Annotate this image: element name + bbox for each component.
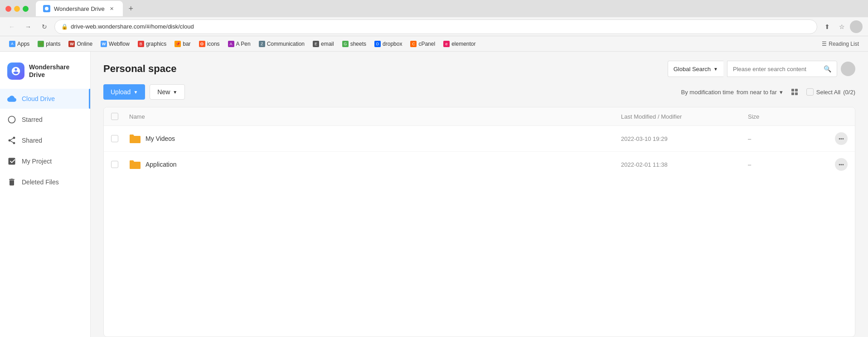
sidebar-item-shared-label: Shared	[22, 137, 42, 144]
svg-rect-2	[795, 89, 798, 91]
row-more-button-application[interactable]: •••	[835, 158, 848, 171]
toolbar-left: Upload ▼ New ▼	[103, 84, 185, 100]
search-input-wrap: 🔍	[727, 61, 837, 77]
user-avatar[interactable]	[850, 20, 863, 33]
back-button[interactable]: ←	[5, 20, 18, 33]
table-row[interactable]: My Videos 2022-03-10 19:29 – •••	[104, 126, 855, 152]
search-input[interactable]	[733, 66, 824, 72]
tab-favicon	[43, 5, 50, 12]
bookmark-icons[interactable]: O icons	[195, 39, 223, 49]
search-dropdown-label: Global Search	[674, 66, 711, 72]
bookmark-dropbox-favicon: D	[374, 41, 381, 47]
bookmark-apen[interactable]: A A Pen	[224, 39, 254, 49]
bookmark-online-favicon: W	[68, 41, 75, 47]
bookmark-webflow[interactable]: W Webflow	[97, 39, 133, 49]
share-button[interactable]: ⬆	[821, 20, 834, 33]
row-checkbox-area	[111, 135, 129, 142]
reading-list-button[interactable]: ☰ Reading List	[818, 39, 863, 49]
bookmark-apen-label: A Pen	[236, 41, 251, 47]
bookmark-plants-favicon: 🌿	[38, 41, 44, 47]
logo-area: Wondershare Drive	[0, 59, 90, 89]
chevron-down-icon: ▼	[713, 67, 718, 72]
bookmark-sheets[interactable]: G sheets	[339, 39, 370, 49]
bookmark-dropbox[interactable]: D dropbox	[371, 39, 406, 49]
bookmark-email-favicon: E	[313, 41, 319, 47]
url-text: drive-web.wondershare.com/#/home/disk/cl…	[71, 23, 194, 30]
bookmark-apen-favicon: A	[228, 41, 234, 47]
bookmark-elementor[interactable]: e elementor	[440, 39, 479, 49]
address-bar[interactable]: 🔒 drive-web.wondershare.com/#/home/disk/…	[54, 19, 817, 34]
bookmark-elementor-label: elementor	[451, 41, 475, 47]
bookmark-button[interactable]: ☆	[835, 20, 848, 33]
bookmark-cpanel[interactable]: C cPanel	[407, 39, 439, 49]
forward-button[interactable]: →	[22, 20, 34, 33]
bookmark-bar[interactable]: 📌 bar	[171, 39, 194, 49]
sort-dropdown[interactable]: By modification time from near to far ▾	[681, 89, 783, 96]
new-arrow-icon: ▼	[173, 90, 177, 95]
row-action-videos: •••	[820, 132, 848, 145]
folder-icon	[129, 134, 141, 144]
svg-point-0	[45, 7, 48, 10]
toolbar-right: By modification time from near to far ▾ …	[681, 86, 855, 98]
folder-icon	[129, 159, 141, 169]
bookmark-email[interactable]: E email	[309, 39, 338, 49]
select-all-label: Select All	[816, 89, 840, 96]
view-toggle	[788, 86, 801, 98]
bookmark-bar-label: bar	[183, 41, 190, 47]
row-name-videos: My Videos	[129, 134, 621, 144]
row-checkbox-application[interactable]	[111, 161, 118, 168]
row-checkbox-videos[interactable]	[111, 135, 118, 142]
bookmark-communication-label: Communication	[267, 41, 305, 47]
cloud-drive-icon	[7, 94, 16, 103]
bookmark-graphics-label: graphics	[146, 41, 166, 47]
svg-rect-4	[795, 92, 798, 95]
row-name-application: Application	[129, 159, 621, 169]
tab-bar: Wondershare Drive ✕ +	[32, 1, 141, 16]
bookmark-email-label: email	[321, 41, 334, 47]
nav-actions: ⬆ ☆	[821, 20, 863, 33]
lock-icon: 🔒	[61, 24, 68, 30]
search-icon[interactable]: 🔍	[824, 65, 831, 72]
search-dropdown[interactable]: Global Search ▼	[668, 61, 723, 77]
user-avatar-main[interactable]	[841, 62, 855, 76]
refresh-button[interactable]: ↻	[38, 20, 51, 33]
bookmark-bar-favicon: 📌	[175, 41, 181, 47]
tab-close-button[interactable]: ✕	[108, 5, 116, 12]
bookmarks-bar: A Apps 🌿 plants W Online W Webflow B gra…	[0, 36, 868, 52]
bookmark-graphics[interactable]: B graphics	[134, 39, 170, 49]
table-row[interactable]: Application 2022-02-01 11:38 – •••	[104, 152, 855, 177]
bookmark-apps[interactable]: A Apps	[5, 39, 33, 49]
logo-line2: Drive	[29, 71, 69, 79]
minimize-button[interactable]	[14, 6, 20, 12]
column-name: Name	[129, 113, 621, 120]
sidebar-item-starred[interactable]: Starred	[0, 110, 90, 130]
close-button[interactable]	[5, 6, 11, 12]
bookmark-dropbox-label: dropbox	[383, 41, 402, 47]
sort-direction: from near to far	[737, 89, 777, 96]
row-checkbox-area	[111, 161, 129, 168]
sidebar-item-cloud-drive[interactable]: Cloud Drive	[0, 89, 90, 109]
sidebar-item-deleted-files[interactable]: Deleted Files	[0, 172, 90, 192]
fullscreen-button[interactable]	[23, 6, 29, 12]
sidebar-item-deleted-files-label: Deleted Files	[22, 178, 59, 186]
upload-button[interactable]: Upload ▼	[103, 84, 145, 100]
logo-icon	[7, 63, 24, 80]
bookmark-plants[interactable]: 🌿 plants	[34, 39, 64, 49]
bookmark-communication[interactable]: Z Communication	[255, 39, 308, 49]
bookmark-graphics-favicon: B	[138, 41, 144, 47]
bookmark-online[interactable]: W Online	[65, 39, 96, 49]
row-modified-videos: 2022-03-10 19:29	[621, 135, 748, 142]
grid-view-button[interactable]	[788, 86, 801, 98]
row-more-button-videos[interactable]: •••	[835, 132, 848, 145]
header-checkbox[interactable]	[111, 113, 118, 120]
new-button[interactable]: New ▼	[150, 84, 185, 100]
active-tab[interactable]: Wondershare Drive ✕	[36, 1, 123, 16]
sidebar-item-cloud-drive-label: Cloud Drive	[22, 95, 55, 102]
sidebar-item-my-project[interactable]: My Project	[0, 151, 90, 171]
sidebar-item-shared[interactable]: Shared	[0, 130, 90, 150]
new-tab-button[interactable]: +	[125, 2, 137, 15]
tab-title: Wondershare Drive	[54, 5, 105, 12]
select-all-checkbox[interactable]	[806, 88, 814, 96]
shared-icon	[7, 136, 16, 145]
bookmark-icons-favicon: O	[199, 41, 205, 47]
